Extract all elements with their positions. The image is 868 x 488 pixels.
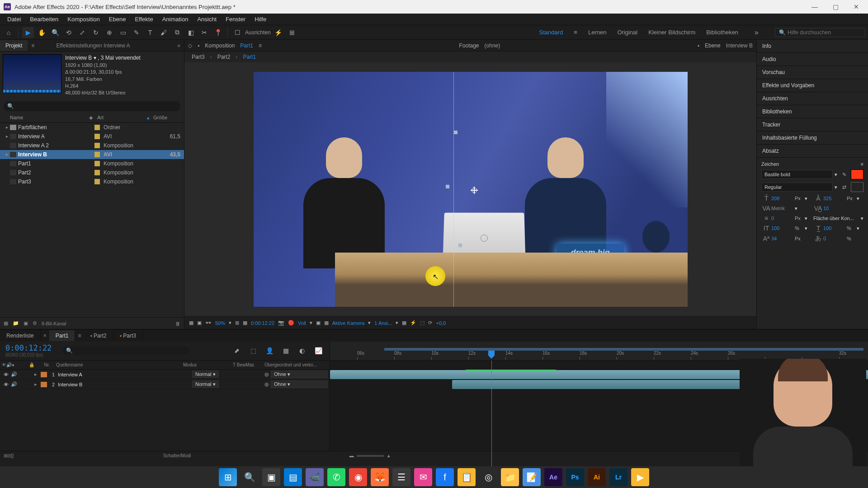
orbit-tool-icon[interactable]: ⟲: [63, 27, 75, 38]
project-preview-thumbnail[interactable]: [3, 54, 61, 93]
taskbar-app-icon[interactable]: ▶: [631, 468, 649, 486]
views-dropdown[interactable]: 1 Ansi...: [374, 320, 392, 326]
toggle-brackets-icon[interactable]: {}: [11, 453, 14, 458]
brush-tool-icon[interactable]: 🖌: [158, 27, 170, 38]
font-dropdown-icon[interactable]: ▾: [835, 172, 837, 178]
tsume-value[interactable]: 0: [823, 236, 847, 241]
layer-label-color[interactable]: [41, 372, 47, 377]
blend-mode-dropdown[interactable]: Normal ▾: [192, 380, 219, 388]
messenger-icon[interactable]: ✉: [414, 468, 432, 486]
workspace-small[interactable]: Kleiner Bildschirm: [648, 29, 695, 36]
timeline-tab-part3[interactable]: ▪ Part3: [113, 330, 143, 341]
explorer-icon[interactable]: 📁: [501, 468, 519, 486]
taskbar-app-icon[interactable]: 📋: [458, 468, 476, 486]
snap-grid-icon[interactable]: ⊞: [286, 27, 298, 38]
viewer-canvas[interactable]: dream big ↖: [184, 62, 756, 316]
alpha-toggle-icon[interactable]: ▦: [189, 320, 193, 326]
resolution-dropdown-icon[interactable]: ▾: [310, 320, 312, 326]
views-dropdown-icon[interactable]: ▾: [396, 320, 398, 326]
resolution-dropdown[interactable]: Voll: [298, 320, 306, 326]
project-item[interactable]: ▸Interview BAVI43,5: [0, 150, 184, 159]
tracking-value[interactable]: 10: [823, 206, 847, 211]
minimize-button[interactable]: —: [808, 2, 821, 11]
layer-label-color[interactable]: [41, 382, 47, 387]
transform-handle[interactable]: [454, 131, 458, 134]
timeline-tab-part2[interactable]: ▪ Part2: [84, 330, 113, 341]
font-size-value[interactable]: 208: [771, 196, 795, 201]
task-view-icon[interactable]: ▣: [262, 468, 280, 486]
project-tab-menu-icon[interactable]: ≡: [28, 42, 38, 49]
pickwhip-icon[interactable]: ◎: [264, 371, 269, 377]
facebook-icon[interactable]: f: [436, 468, 454, 486]
rotate-tool-icon[interactable]: ↻: [90, 27, 102, 38]
kerning-value[interactable]: Metrik: [771, 206, 795, 211]
menu-view[interactable]: Ansicht: [193, 14, 221, 24]
menu-window[interactable]: Fenster: [221, 14, 250, 24]
exposure-value[interactable]: +0,0: [436, 320, 446, 326]
parent-column-header[interactable]: Übergeordnet und verkn...: [264, 362, 328, 367]
lightroom-icon[interactable]: Lr: [609, 468, 627, 486]
timeline-search-input[interactable]: 🔍: [62, 347, 189, 355]
pickwhip-icon[interactable]: ◎: [264, 381, 269, 387]
pixel-aspect-icon[interactable]: ▦: [402, 320, 406, 326]
close-tab-icon[interactable]: ×: [41, 333, 49, 339]
zoom-out-icon[interactable]: ▬: [349, 453, 354, 458]
parent-dropdown[interactable]: Ohne ▾: [271, 371, 328, 378]
guides-icon[interactable]: ▦: [243, 320, 247, 326]
snapshot-icon[interactable]: 📷: [278, 320, 284, 326]
parent-dropdown[interactable]: Ohne ▾: [271, 380, 328, 388]
photoshop-icon[interactable]: Ps: [566, 468, 584, 486]
workspace-libraries[interactable]: Bibliotheken: [706, 29, 738, 36]
viewer-tab-footage[interactable]: (ohne): [485, 42, 500, 49]
roi-icon[interactable]: ▣: [316, 320, 321, 326]
pen-tool-icon[interactable]: ✎: [131, 27, 142, 38]
anchor-point-icon[interactable]: [471, 187, 478, 194]
panel-audio[interactable]: Audio: [757, 53, 868, 66]
visibility-toggle[interactable]: 👁: [2, 372, 10, 377]
switches-modes-toggle[interactable]: Schalter/Modi: [14, 453, 340, 458]
taskbar-app-icon[interactable]: ▤: [284, 468, 302, 486]
panel-info[interactable]: Info: [757, 40, 868, 53]
timeline-layer-row[interactable]: 👁🔊▸2Interview BNormal ▾◎Ohne ▾: [0, 380, 330, 389]
type-tool-icon[interactable]: T: [144, 27, 156, 38]
camera-dropdown[interactable]: Aktive Kamera: [332, 320, 365, 326]
clone-tool-icon[interactable]: ⧉: [171, 27, 183, 38]
project-item[interactable]: Part3Komposition: [0, 177, 184, 186]
firefox-icon[interactable]: 🦊: [371, 468, 389, 486]
puppet-tool-icon[interactable]: 📍: [212, 27, 224, 38]
toggle-modes-icon[interactable]: ⊟: [7, 453, 11, 458]
breadcrumb-part2[interactable]: Part2: [217, 54, 231, 60]
effect-controls-tab[interactable]: Effekteinstellungen Interview A: [47, 42, 174, 49]
new-comp-icon[interactable]: ▣: [24, 320, 28, 326]
workspace-more-icon[interactable]: »: [749, 28, 764, 37]
font-family-dropdown[interactable]: Bastile bold: [761, 170, 833, 179]
menu-effects[interactable]: Effekte: [130, 14, 157, 24]
project-item[interactable]: ▸FarbflächenOrdner: [0, 123, 184, 132]
vscale-value[interactable]: 100: [771, 225, 795, 231]
panel-content-aware[interactable]: Inhaltsbasierte Füllung: [757, 131, 868, 145]
shy-icon[interactable]: 👤: [264, 345, 275, 356]
style-dropdown-icon[interactable]: ▾: [835, 184, 837, 190]
character-panel-menu-icon[interactable]: ≡: [861, 161, 863, 167]
panel-effects-presets[interactable]: Effekte und Vorgaben: [757, 79, 868, 92]
viewer-tab-layer[interactable]: Interview B: [726, 42, 753, 49]
timeline-tab-part1[interactable]: Part1: [49, 330, 75, 341]
maximize-button[interactable]: ▢: [829, 2, 842, 11]
obs-icon[interactable]: ◎: [479, 468, 497, 486]
eraser-tool-icon[interactable]: ◧: [185, 27, 197, 38]
twirl-icon[interactable]: ▸: [33, 381, 39, 387]
project-item[interactable]: Part1Komposition: [0, 159, 184, 168]
blend-mode-dropdown[interactable]: Normal ▾: [192, 371, 219, 378]
viewer-layer-indicator-icon[interactable]: ▪: [698, 42, 699, 49]
breadcrumb-part3[interactable]: Part3: [192, 54, 205, 60]
viewer-active-icon[interactable]: ▪: [198, 42, 199, 49]
mode-column-header[interactable]: Modus: [183, 362, 233, 367]
name-column-header[interactable]: Quellenname: [56, 362, 183, 367]
new-folder-icon[interactable]: 📁: [13, 320, 19, 326]
panel-paragraph[interactable]: Absatz: [757, 145, 868, 158]
refresh-icon[interactable]: ⟳: [428, 320, 432, 326]
project-item[interactable]: Interview A 2Komposition: [0, 141, 184, 150]
workspace-original[interactable]: Original: [617, 29, 637, 36]
zoom-dropdown[interactable]: 50%: [215, 320, 225, 326]
leading-value[interactable]: 325: [823, 196, 847, 201]
